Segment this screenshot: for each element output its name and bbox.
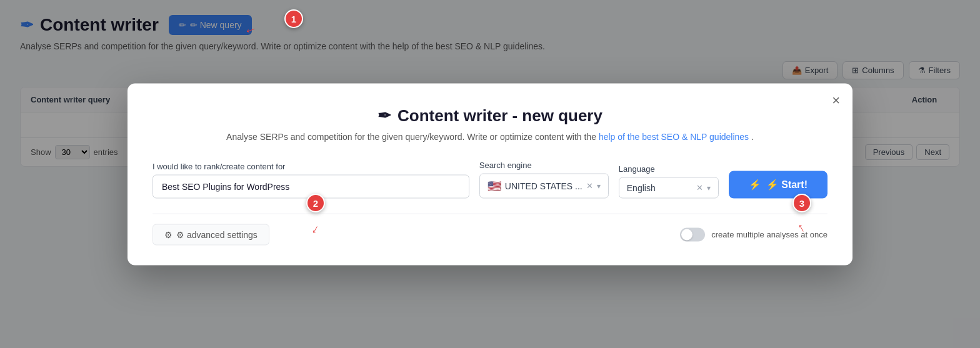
advanced-settings-button[interactable]: ⚙ ⚙ advanced settings (152, 224, 269, 245)
start-icon: ⚡ (749, 179, 761, 191)
content-field-label: I would like to rank/create content for (152, 161, 469, 171)
language-group: Language English ✕ ▾ (619, 164, 719, 198)
search-engine-caret-icon[interactable]: ▾ (597, 181, 601, 190)
language-caret-icon[interactable]: ▾ (707, 183, 711, 192)
content-field-group: I would like to rank/create content for (152, 161, 469, 198)
search-engine-value: UNITED STATES ... (505, 181, 582, 191)
modal-title: ✒ Content writer - new query (152, 106, 828, 125)
language-label: Language (619, 164, 719, 173)
modal-form-row: I would like to rank/create content for … (152, 160, 828, 198)
modal-footer: ⚙ ⚙ advanced settings create multiple an… (152, 213, 828, 245)
search-engine-select[interactable]: 🇺🇸 UNITED STATES ... ✕ ▾ (479, 173, 609, 198)
modal-close-button[interactable]: × (832, 93, 840, 107)
multiple-analyses-toggle[interactable] (680, 227, 705, 241)
modal-feather-icon: ✒ (378, 106, 391, 125)
settings-icon: ⚙ (164, 229, 172, 239)
language-value: English (627, 182, 656, 192)
start-button[interactable]: ⚡ ⚡ Start! (729, 171, 828, 198)
modal-subtitle-link[interactable]: help of the best SEO & NLP guidelines (599, 131, 749, 141)
search-engine-label: Search engine (479, 160, 609, 169)
search-engine-clear-icon[interactable]: ✕ (586, 181, 593, 191)
language-select[interactable]: English ✕ ▾ (619, 177, 719, 198)
annotation-2: 2 (306, 194, 325, 212)
modal-subtitle: Analyse SERPs and competition for the gi… (152, 131, 828, 141)
us-flag-icon: 🇺🇸 (488, 179, 501, 192)
annotation-1: 1 (284, 9, 303, 28)
toggle-knob (681, 229, 692, 240)
toggle-label: create multiple analyses at once (711, 230, 828, 239)
modal-dialog: × ✒ Content writer - new query Analyse S… (128, 83, 852, 265)
annotation-3: 3 (792, 194, 811, 212)
search-engine-group: Search engine 🇺🇸 UNITED STATES ... ✕ ▾ (479, 160, 609, 198)
language-clear-icon[interactable]: ✕ (696, 183, 703, 192)
